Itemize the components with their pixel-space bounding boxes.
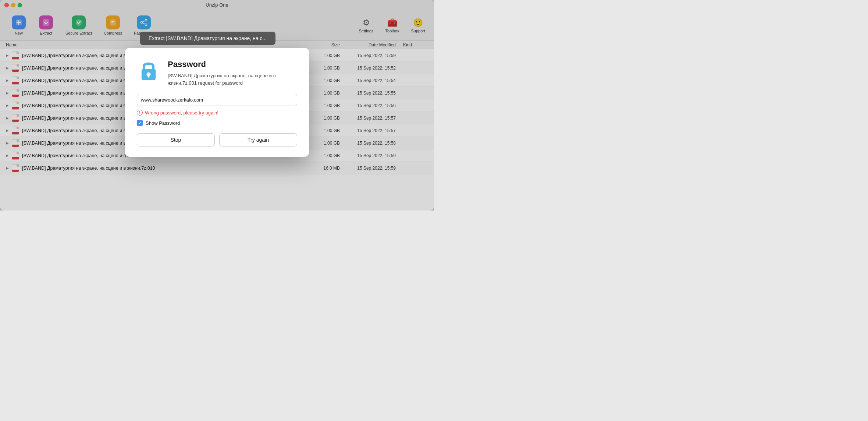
modal-overlay: Extract [SW.BAND] Драматургия на экране,… [0,0,434,210]
error-icon: ! [137,110,143,116]
dialog-text-block: Password [SW.BAND] Драматургия на экране… [168,60,297,86]
password-dialog: Password [SW.BAND] Драматургия на экране… [125,48,309,157]
svg-rect-15 [148,75,150,77]
error-text: Wrong password, please try again! [145,110,218,116]
stop-button[interactable]: Stop [137,133,215,146]
extract-tooltip: Extract [SW.BAND] Драматургия на экране,… [140,32,275,45]
dialog-buttons: Stop Try again [137,133,297,146]
show-password-row: Show Password [137,120,297,126]
dialog-description: [SW.BAND] Драматургия на экране, на сцен… [168,72,297,86]
dialog-header: Password [SW.BAND] Драматургия на экране… [137,60,297,86]
error-message: ! Wrong password, please try again! [137,110,297,116]
show-password-checkbox[interactable] [137,120,143,126]
lock-icon [137,60,160,83]
dialog-title: Password [168,60,297,69]
try-again-button[interactable]: Try again [219,133,297,146]
password-input[interactable] [137,94,297,106]
show-password-label: Show Password [146,120,180,126]
